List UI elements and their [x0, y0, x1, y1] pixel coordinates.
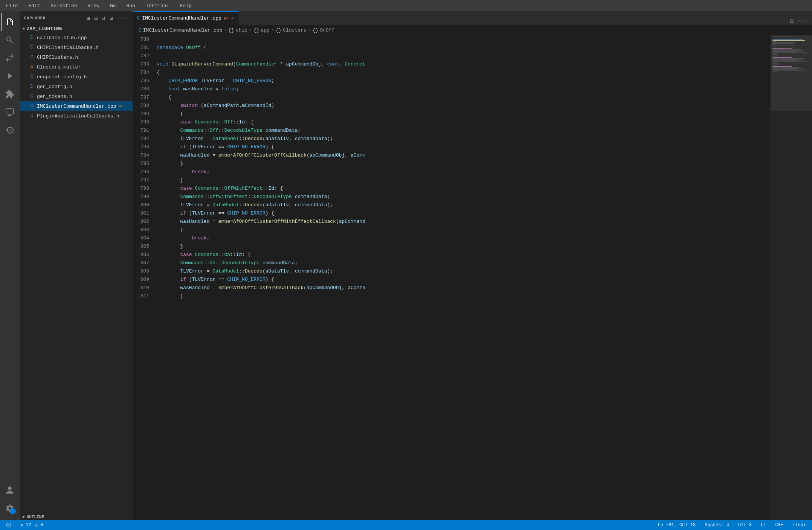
cpp-file-icon: C: [29, 35, 35, 41]
line-content-799: Commands::OffWithEffect::DecodableType c…: [155, 193, 771, 201]
code-line-797: 797 }: [133, 176, 771, 184]
code-line-805: 805 }: [133, 242, 771, 251]
line-num-808: 808: [133, 267, 155, 276]
file-item-callback-stub[interactable]: C callback-stub.cpp: [20, 33, 133, 43]
code-scroll[interactable]: 780 781 namespace OnOff { 782: [133, 35, 771, 520]
outline-section[interactable]: ▶ OUTLINE: [20, 513, 133, 520]
sidebar-actions: ⊞ ⊟ ↺ ⊡ ···: [85, 14, 128, 22]
breadcrumb-app[interactable]: app: [261, 27, 270, 33]
encoding-text: UTF-8: [738, 522, 752, 528]
menu-go[interactable]: Go: [108, 2, 118, 9]
tab-close-button[interactable]: ×: [231, 15, 234, 21]
menu-selection[interactable]: Selection: [48, 2, 79, 9]
file-item-chipclusters[interactable]: C CHIPClusters.h: [20, 52, 133, 62]
matter-file-icon: ≡: [29, 64, 35, 70]
file-modified-badge: 9+: [119, 104, 124, 108]
settings-icon[interactable]: 1: [1, 499, 19, 517]
tab-imcluster[interactable]: C IMClusterCommandHandler.cpp 9+ ×: [133, 11, 239, 25]
search-icon[interactable]: [1, 31, 19, 49]
file-name: CHIPClusters.h: [37, 55, 78, 60]
errors-status[interactable]: ⊗ 12 △ 0: [18, 520, 45, 530]
account-icon[interactable]: [1, 481, 19, 499]
file-item-chipclientcallbacks[interactable]: C CHIPClientCallbacks.h: [20, 43, 133, 52]
spaces-text: Spaces: 4: [705, 522, 729, 528]
sidebar-header: EXPLORER ⊞ ⊟ ↺ ⊡ ···: [20, 11, 133, 25]
files-icon[interactable]: [1, 13, 19, 31]
line-num-790: 790: [133, 118, 155, 126]
menu-view[interactable]: View: [85, 2, 102, 9]
line-num-780: 780: [133, 35, 155, 44]
status-right: Ln 781, Col 18 Spaces: 4 UTF-8 LF C++ Li…: [655, 520, 808, 530]
collapse-all-button[interactable]: ⊡: [108, 14, 114, 22]
menu-file[interactable]: File: [4, 2, 20, 9]
explorer-root[interactable]: ▾ ZAP_LIGHTING: [20, 25, 133, 33]
breadcrumb-onoff[interactable]: OnOff: [320, 27, 334, 33]
line-content-805: }: [155, 242, 771, 251]
file-name: callback-stub.cpp: [37, 35, 87, 41]
remote-explorer-icon[interactable]: [1, 103, 19, 121]
breadcrumb-file[interactable]: C: [139, 27, 142, 33]
minimap-content: [771, 35, 812, 520]
code-line-782: 782: [133, 52, 771, 60]
menu-run[interactable]: Run: [124, 2, 137, 9]
breadcrumb-clusters[interactable]: Clusters: [283, 27, 306, 33]
line-content-802: wasHandled = emberAfOnOffClusterOffWithE…: [155, 218, 771, 226]
breadcrumb-sep-3: ›: [271, 27, 274, 33]
language-status[interactable]: C++: [773, 520, 786, 530]
more-actions-button[interactable]: ···: [797, 18, 807, 24]
line-num-796: 796: [133, 168, 155, 176]
refresh-button[interactable]: ↺: [101, 14, 106, 22]
menu-terminal[interactable]: Terminal: [143, 2, 171, 9]
line-num-791: 791: [133, 126, 155, 135]
line-num-795: 795: [133, 160, 155, 168]
remote-status[interactable]: [4, 520, 15, 530]
line-content-784: {: [155, 69, 771, 77]
h-file-icon: C: [29, 54, 35, 60]
file-item-gen-tokens[interactable]: C gen_tokens.h: [20, 91, 133, 101]
os-status[interactable]: Linux: [790, 520, 808, 530]
line-content-795: }: [155, 160, 771, 168]
line-num-783: 783: [133, 60, 155, 69]
sidebar-title: EXPLORER: [24, 16, 46, 20]
line-num-789: 789: [133, 110, 155, 118]
source-control-icon[interactable]: [1, 49, 19, 67]
timeline-icon[interactable]: [1, 121, 19, 139]
breadcrumb-filename[interactable]: IMClusterCommandHandler.cpp: [143, 27, 223, 33]
file-name: Clusters.matter: [37, 64, 81, 70]
new-file-button[interactable]: ⊞: [85, 14, 91, 22]
file-item-pluginapplication[interactable]: C PluginApplicationCallbacks.h: [20, 111, 133, 121]
spaces-status[interactable]: Spaces: 4: [702, 520, 731, 530]
file-item-endpoint-config[interactable]: C endpoint_config.h: [20, 72, 133, 82]
breadcrumb-chip[interactable]: chip: [236, 27, 247, 33]
extensions-icon[interactable]: [1, 85, 19, 103]
code-line-793: 793 if (TLVError == CHIP_NO_ERROR) {: [133, 143, 771, 151]
code-line-807: 807 Commands::On::DecodableType commandD…: [133, 259, 771, 267]
outline-arrow: ▶: [23, 514, 25, 519]
line-num-810: 810: [133, 284, 155, 292]
line-content-796: break;: [155, 168, 771, 176]
line-content-792: TLVError = DataModel::Decode(aDataTlv, c…: [155, 135, 771, 143]
file-item-gen-config[interactable]: C gen_config.h: [20, 82, 133, 91]
line-num-800: 800: [133, 201, 155, 209]
split-editor-button[interactable]: ⊟: [790, 17, 794, 25]
code-pane[interactable]: 780 781 namespace OnOff { 782: [133, 35, 771, 520]
explorer-more-button[interactable]: ···: [116, 14, 128, 22]
line-num-781: 781: [133, 44, 155, 52]
menu-help[interactable]: Help: [177, 2, 194, 9]
file-name: IMClusterCommandHandler.cpp: [37, 104, 116, 109]
run-debug-icon[interactable]: [1, 67, 19, 85]
code-line-787: 787 {: [133, 93, 771, 102]
encoding-status[interactable]: UTF-8: [736, 520, 754, 530]
code-line-802: 802 wasHandled = emberAfOnOffClusterOffW…: [133, 218, 771, 226]
line-ending-status[interactable]: LF: [759, 520, 768, 530]
new-folder-button[interactable]: ⊟: [93, 14, 98, 22]
warning-icon: △: [35, 522, 38, 528]
editor-area: C IMClusterCommandHandler.cpp 9+ × ⊟ ···…: [133, 11, 812, 520]
tab-end-actions: ⊟ ···: [790, 17, 812, 25]
position-status[interactable]: Ln 781, Col 18: [655, 520, 698, 530]
file-item-imcluster[interactable]: C IMClusterCommandHandler.cpp 9+: [20, 101, 133, 111]
file-item-clusters-matter[interactable]: ≡ Clusters.matter: [20, 62, 133, 72]
line-num-798: 798: [133, 184, 155, 193]
menu-edit[interactable]: Edit: [26, 2, 42, 9]
breadcrumb-sep-4: ›: [308, 27, 311, 33]
